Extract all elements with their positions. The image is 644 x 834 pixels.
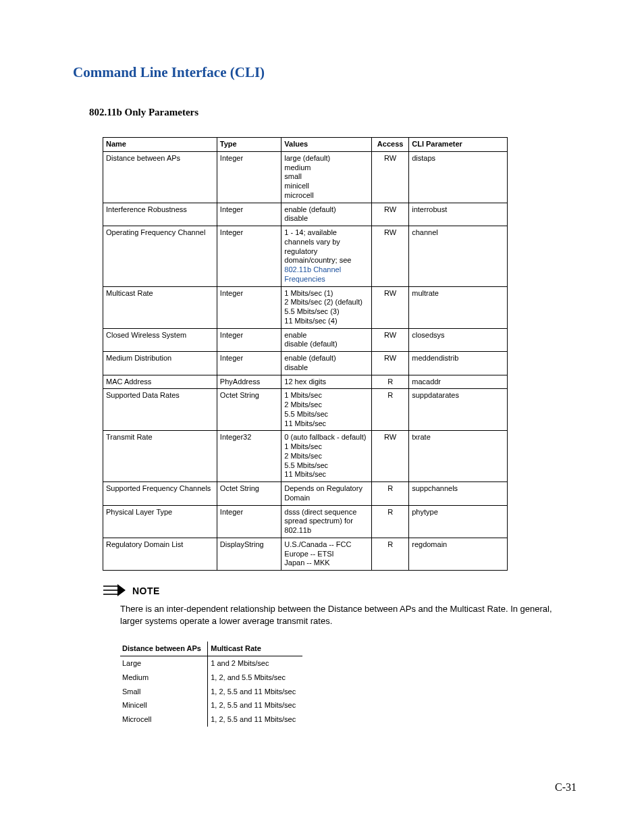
cell-name: Closed Wireless System — [103, 328, 217, 352]
cell-type: Octet String — [217, 389, 281, 431]
cell-name: Operating Frequency Channel — [103, 226, 217, 287]
cell-type: Integer — [217, 328, 281, 352]
cell-access: RW — [371, 151, 408, 203]
cell-type: Integer32 — [217, 431, 281, 482]
table-row: Supported Data RatesOctet String1 Mbits/… — [103, 389, 508, 431]
cell-name: Supported Frequency Channels — [103, 482, 217, 506]
cell-access: RW — [371, 328, 408, 352]
cell-type: Integer — [217, 352, 281, 375]
parameters-table: Name Type Values Access CLI Parameter Di… — [103, 137, 508, 571]
cell-distance: Small — [120, 685, 208, 699]
cross-reference-link[interactable]: Frequencies — [284, 275, 325, 283]
cell-name: Distance between APs — [103, 151, 217, 203]
cell-cli-parameter: suppdatarates — [409, 389, 508, 431]
cell-access: R — [371, 505, 408, 538]
cell-cli-parameter: phytype — [409, 505, 508, 538]
cell-name: Physical Layer Type — [103, 505, 217, 538]
cell-values: 1 Mbits/sec2 Mbits/sec5.5 Mbits/sec11 Mb… — [281, 389, 372, 431]
table-row: Operating Frequency ChannelInteger1 - 14… — [103, 226, 508, 287]
cell-name: MAC Address — [103, 375, 217, 389]
cell-name: Regulatory Domain List — [103, 538, 217, 570]
cell-multicast-rate: 1, 2, 5.5 and 11 Mbits/sec — [208, 698, 302, 712]
rates-table: Distance between APs Multicast Rate Larg… — [120, 642, 302, 727]
cell-cli-parameter: macaddr — [409, 375, 508, 389]
cell-distance: Microcell — [120, 712, 208, 727]
cell-values: dsss (direct sequence spread spectrum) f… — [281, 505, 372, 538]
cell-multicast-rate: 1, 2, 5.5 and 11 Mbits/sec — [208, 685, 302, 699]
cell-distance: Minicell — [120, 698, 208, 712]
cell-multicast-rate: 1, 2, 5.5 and 11 Mbits/sec — [208, 712, 302, 727]
cell-name: Medium Distribution — [103, 352, 217, 375]
table-row: Physical Layer TypeIntegerdsss (direct s… — [103, 505, 508, 538]
table-row: MAC AddressPhyAddress12 hex digitsRmacad… — [103, 375, 508, 389]
table-row: Large1 and 2 Mbits/sec — [120, 656, 302, 670]
cell-values: enable (default)disable — [281, 352, 372, 375]
th-name: Name — [103, 138, 217, 152]
cell-cli-parameter: distaps — [409, 151, 508, 203]
th-access: Access — [371, 138, 408, 152]
cell-distance: Medium — [120, 671, 208, 685]
th-distance: Distance between APs — [120, 642, 208, 656]
cell-access: R — [371, 538, 408, 570]
cell-access: RW — [371, 203, 408, 226]
cell-values: 1 - 14; available channels vary by regul… — [281, 226, 372, 287]
cell-multicast-rate: 1 and 2 Mbits/sec — [208, 656, 302, 670]
cell-type: PhyAddress — [217, 375, 281, 389]
cell-cli-parameter: regdomain — [409, 538, 508, 570]
cell-values: 0 (auto fallback - default)1 Mbits/sec2 … — [281, 431, 372, 482]
cell-multicast-rate: 1, 2, and 5.5 Mbits/sec — [208, 671, 302, 685]
cell-type: Integer — [217, 286, 281, 328]
cell-values: Depends on Regulatory Domain — [281, 482, 372, 506]
cell-access: RW — [371, 286, 408, 328]
cell-values: large (default)mediumsmallminicellmicroc… — [281, 151, 372, 203]
cell-access: R — [371, 482, 408, 506]
cell-type: DisplayString — [217, 538, 281, 570]
table-row: Medium DistributionIntegerenable (defaul… — [103, 352, 508, 375]
table-header-row: Distance between APs Multicast Rate — [120, 642, 302, 656]
table-row: Multicast RateInteger1 Mbits/sec (1)2 Mb… — [103, 286, 508, 328]
table-row: Regulatory Domain ListDisplayStringU.S./… — [103, 538, 508, 570]
cell-type: Integer — [217, 505, 281, 538]
svg-marker-3 — [117, 584, 126, 596]
cell-cli-parameter: suppchannels — [409, 482, 508, 506]
page-title: Command Line Interface (CLI) — [73, 64, 576, 81]
cell-name: Multicast Rate — [103, 286, 217, 328]
th-type: Type — [217, 138, 281, 152]
cell-values: 12 hex digits — [281, 375, 372, 389]
table-row: Transmit RateInteger320 (auto fallback -… — [103, 431, 508, 482]
cell-access: RW — [371, 352, 408, 375]
cell-cli-parameter: closedsys — [409, 328, 508, 352]
table-row: Supported Frequency ChannelsOctet String… — [103, 482, 508, 506]
th-cli: CLI Parameter — [409, 138, 508, 152]
cell-name: Supported Data Rates — [103, 389, 217, 431]
cell-values: U.S./Canada -- FCCEurope -- ETSIJapan --… — [281, 538, 372, 570]
table-row: Medium1, 2, and 5.5 Mbits/sec — [120, 671, 302, 685]
cell-values: 1 Mbits/sec (1)2 Mbits/sec (2) (default)… — [281, 286, 372, 328]
table-row: Minicell1, 2, 5.5 and 11 Mbits/sec — [120, 698, 302, 712]
table-row: Microcell1, 2, 5.5 and 11 Mbits/sec — [120, 712, 302, 727]
cell-cli-parameter: interrobust — [409, 203, 508, 226]
cell-type: Octet String — [217, 482, 281, 506]
cell-type: Integer — [217, 203, 281, 226]
cell-cli-parameter: meddendistrib — [409, 352, 508, 375]
table-row: Small1, 2, 5.5 and 11 Mbits/sec — [120, 685, 302, 699]
page-number: C-31 — [555, 781, 576, 793]
cell-access: RW — [371, 226, 408, 287]
note-text: There is an inter-dependent relationship… — [120, 603, 552, 627]
table-header-row: Name Type Values Access CLI Parameter — [103, 138, 508, 152]
cross-reference-link[interactable]: 802.11b Channel — [284, 265, 341, 273]
note-label: NOTE — [132, 585, 160, 596]
cell-distance: Large — [120, 656, 208, 670]
th-multicast-rate: Multicast Rate — [208, 642, 302, 656]
section-heading: 802.11b Only Parameters — [89, 107, 576, 118]
cell-type: Integer — [217, 151, 281, 203]
cell-values: enable (default)disable — [281, 203, 372, 226]
note-arrow-icon — [103, 584, 126, 599]
cell-access: R — [371, 375, 408, 389]
table-row: Closed Wireless SystemIntegerenabledisab… — [103, 328, 508, 352]
table-row: Distance between APsIntegerlarge (defaul… — [103, 151, 508, 203]
cell-access: RW — [371, 431, 408, 482]
cell-cli-parameter: multrate — [409, 286, 508, 328]
table-row: Interference RobustnessIntegerenable (de… — [103, 203, 508, 226]
cell-type: Integer — [217, 226, 281, 287]
